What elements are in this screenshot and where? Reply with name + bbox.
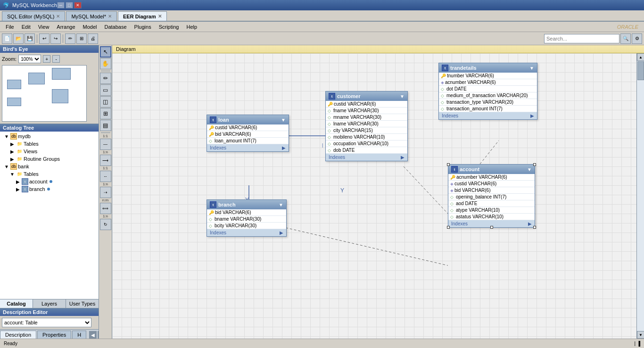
tree-item-views-mydb[interactable]: ▶ 📁 Views	[1, 148, 98, 155]
field-tran-amount[interactable]: ◇ transaction_amount INT(7)	[439, 106, 537, 112]
tool-select[interactable]: ↖	[100, 46, 111, 58]
expand-account[interactable]: ▼	[527, 167, 532, 172]
field-customer-custid[interactable]: 🔑 custid VARCHAR(6)	[326, 101, 407, 108]
field-customer-mname[interactable]: ◇ mname VARCHAR(30)	[326, 114, 407, 121]
toolbar-search-opt[interactable]: ⚙	[632, 33, 642, 44]
field-customer-city[interactable]: ◇ city VARCHAR(15)	[326, 127, 407, 134]
close-button[interactable]: ✕	[74, 2, 82, 8]
field-tran-acnumber[interactable]: ◈ acnumber VARCHAR(6)	[439, 79, 537, 86]
tree-item-bank[interactable]: ▼ db bank	[1, 163, 98, 170]
zoom-out-button[interactable]: -	[52, 55, 60, 63]
field-account-astatus[interactable]: ◇ astatus VARCHAR(10)	[448, 214, 535, 220]
tab-sql-editor[interactable]: SQL Editor (MySQL) ✕	[2, 11, 65, 21]
scroll-track[interactable]	[637, 61, 644, 331]
toolbar-open[interactable]: 📂	[13, 33, 24, 44]
zoom-in-button[interactable]: +	[43, 55, 50, 63]
tool-rel-11[interactable]: —	[100, 139, 111, 150]
tree-item-branch[interactable]: ▶ t branch	[1, 185, 98, 193]
table-customer-header[interactable]: t customer ▼	[326, 91, 407, 101]
field-loan-bid[interactable]: 🔑 bid VARCHAR(6)	[207, 131, 289, 138]
expand-branch[interactable]: ▶	[15, 186, 21, 192]
menu-model[interactable]: Model	[79, 23, 101, 31]
field-branch-bcity[interactable]: ◇ bcity VARCHAR(30)	[207, 223, 286, 229]
tree-item-routines-mydb[interactable]: ▶ 📁 Routine Groups	[1, 155, 98, 163]
toolbar-print[interactable]: 🖨	[88, 33, 98, 44]
catalog-tab-catalog[interactable]: Catalog	[0, 299, 33, 308]
field-tran-tnumber[interactable]: 🔑 tnumber VARCHAR(6)	[439, 73, 537, 79]
handle-bm[interactable]	[490, 226, 493, 229]
field-customer-fname[interactable]: ◇ fname VARCHAR(30)	[326, 108, 407, 114]
maximize-button[interactable]: □	[66, 2, 73, 8]
tool-rel-11b[interactable]: --	[100, 171, 111, 182]
scroll-thumb[interactable]	[637, 61, 644, 80]
field-account-opening-balance[interactable]: ◇ opening_balance INT(7)	[448, 194, 535, 200]
tree-item-tables-mydb[interactable]: ▶ 📁 Tables	[1, 140, 98, 148]
vertical-scrollbar[interactable]: ▲ ▼	[636, 53, 644, 339]
scroll-down-button[interactable]: ▼	[637, 331, 644, 339]
toolbar-edit[interactable]: ✏	[65, 33, 75, 44]
indexes-branch[interactable]: Indexes ▶	[207, 229, 286, 236]
tree-item-tables-bank[interactable]: ▼ 📁 Tables	[1, 170, 98, 178]
expand-branch[interactable]: ▼	[279, 202, 283, 207]
field-customer-dob[interactable]: ◇ dob DATE	[326, 147, 407, 154]
tool-rel-nm[interactable]: ⟺	[100, 203, 111, 214]
tab-close-icon[interactable]: ✕	[56, 14, 60, 19]
tab-mysql-model[interactable]: MySQL Model* ✕	[66, 11, 117, 21]
field-account-custid[interactable]: ◈ custid VARCHAR(6)	[448, 181, 535, 187]
tool-text[interactable]: ▭	[100, 84, 111, 96]
menu-scripting[interactable]: Scripting	[155, 23, 183, 31]
diagram-canvas[interactable]: | | Y Y	[112, 53, 636, 339]
tree-item-mydb[interactable]: ▼ db mydb	[1, 133, 98, 140]
minimize-button[interactable]: ─	[57, 2, 65, 8]
bot-tab-h[interactable]: H	[72, 331, 86, 339]
handle-tr[interactable]	[533, 163, 536, 166]
field-account-acnumber[interactable]: 🔑 acnumber VARCHAR(6)	[448, 174, 535, 181]
indexes-customer[interactable]: Indexes ▶	[326, 154, 407, 161]
menu-file[interactable]: File	[2, 23, 18, 31]
tool-rel-1nb[interactable]: ⇢	[100, 187, 111, 198]
table-branch-header[interactable]: t branch ▼	[207, 200, 286, 209]
field-tran-type[interactable]: ◇ transaction_type VARCHAR(20)	[439, 99, 537, 106]
field-loan-custid[interactable]: 🔑 custid VARCHAR(6)	[207, 124, 289, 131]
tool-eraser[interactable]: ✏	[100, 73, 111, 84]
tree-item-account[interactable]: ▶ t account	[1, 178, 98, 185]
tool-view[interactable]: ▤	[100, 120, 111, 131]
toolbar-search[interactable]	[544, 34, 619, 43]
zoom-select[interactable]: 100% 50% 75% 125% 150%	[18, 55, 41, 63]
expand-tables-mydb[interactable]: ▶	[9, 141, 15, 147]
menu-plugins[interactable]: Plugins	[131, 23, 155, 31]
table-account-header[interactable]: t account ▼	[448, 165, 535, 174]
toolbar-new[interactable]: 📄	[2, 33, 12, 44]
tool-table[interactable]: ⊞	[100, 108, 111, 119]
tool-image[interactable]: ◫	[100, 96, 111, 108]
scroll-up-button[interactable]: ▲	[637, 53, 644, 61]
field-loan-amount[interactable]: ◇ loan_amount INT(7)	[207, 138, 289, 144]
expand-routines[interactable]: ▶	[9, 156, 15, 162]
toolbar-redo[interactable]: ↪	[50, 33, 61, 44]
tool-pan[interactable]: ✋	[100, 58, 111, 69]
expand-tables-bank[interactable]: ▼	[9, 171, 15, 177]
nav-prev-button[interactable]: ◀	[89, 331, 97, 339]
catalog-tab-usertypes[interactable]: User Types	[66, 299, 99, 308]
field-account-bid[interactable]: ◈ bid VARCHAR(6)	[448, 187, 535, 194]
expand-trandetails[interactable]: ▼	[529, 66, 534, 71]
expand-account[interactable]: ▶	[15, 179, 21, 184]
catalog-tab-layers[interactable]: Layers	[33, 299, 66, 308]
field-branch-bname[interactable]: ◇ bname VARCHAR(30)	[207, 216, 286, 223]
menu-arrange[interactable]: Arrange	[53, 23, 79, 31]
menu-edit[interactable]: Edit	[18, 23, 34, 31]
bot-tab-properties[interactable]: Properties	[37, 331, 71, 339]
expand-mydb[interactable]: ▼	[4, 133, 9, 139]
field-customer-occupation[interactable]: ◇ occupation VARCHAR(10)	[326, 141, 407, 147]
expand-views[interactable]: ▶	[9, 149, 15, 154]
field-account-atype[interactable]: ◇ atype VARCHAR(10)	[448, 207, 535, 214]
field-customer-lname[interactable]: ◇ lname VARCHAR(30)	[326, 121, 407, 127]
tool-rel-1n[interactable]: ⟶	[100, 155, 111, 166]
expand-loan[interactable]: ▼	[281, 117, 286, 123]
field-branch-bid[interactable]: 🔑 bid VARCHAR(6)	[207, 209, 286, 216]
field-customer-mobileno[interactable]: ◇ mobileno VARCHAR(10)	[326, 134, 407, 141]
desc-select[interactable]: account: Table branch: Table customer: T…	[2, 318, 91, 327]
handle-bl[interactable]	[447, 226, 450, 229]
indexes-loan[interactable]: Indexes ▶	[207, 144, 289, 151]
menu-view[interactable]: View	[34, 23, 53, 31]
